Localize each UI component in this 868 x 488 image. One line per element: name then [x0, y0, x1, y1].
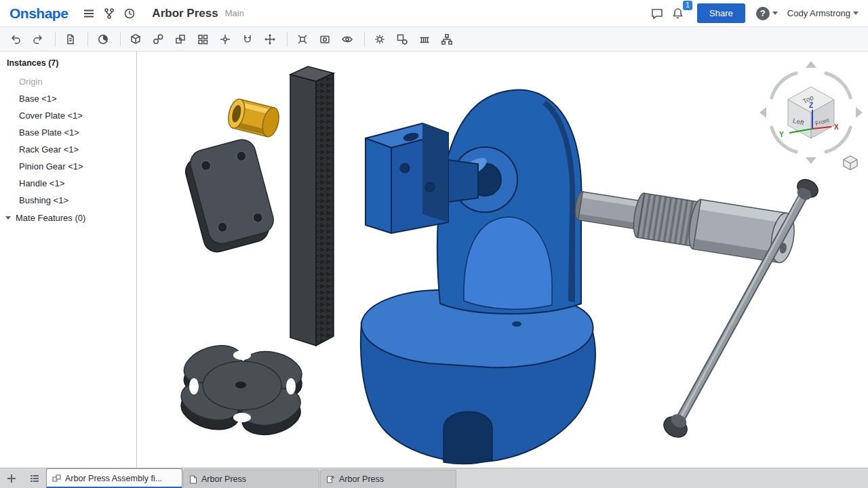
tab-part-studio[interactable]: Arbor Press — [183, 470, 319, 488]
branch-workspace-icon[interactable] — [99, 3, 119, 24]
onshape-logo[interactable]: Onshape — [9, 5, 68, 22]
assembly-toolbar — [0, 27, 868, 52]
part-pinion-gear[interactable] — [572, 180, 797, 264]
main-menu-icon[interactable] — [79, 3, 99, 24]
insert-document-icon[interactable] — [60, 30, 81, 49]
instance-item-cover-plate[interactable]: Cover Plate <1> — [0, 107, 136, 124]
instance-item-bushing[interactable]: Bushing <1> — [0, 192, 136, 209]
exploded-view-icon[interactable] — [292, 30, 313, 49]
instance-item-origin[interactable]: Origin — [0, 73, 136, 90]
insert-part-icon[interactable] — [125, 30, 146, 49]
top-bar: Onshape Arbor Press Main 1 Share ? Cody … — [0, 0, 868, 27]
tab-linked-document[interactable]: Arbor Press — [320, 470, 456, 488]
help-icon: ? — [756, 7, 770, 20]
configuration-icon[interactable] — [392, 30, 412, 49]
onshape-app: Onshape Arbor Press Main 1 Share ? Cody … — [0, 0, 868, 488]
chevron-down-icon — [5, 216, 11, 220]
assembly-tab-icon — [52, 474, 61, 483]
undo-icon[interactable] — [5, 30, 26, 49]
instance-item-rack-gear[interactable]: Rack Gear <1> — [0, 141, 136, 158]
tab-manager-icon[interactable] — [23, 468, 46, 488]
part-base[interactable] — [361, 90, 595, 464]
part-base-plate[interactable] — [177, 339, 306, 441]
tab-label: Arbor Press Assembly fi... — [65, 474, 162, 483]
document-tab-bar: Arbor Press Assembly fi... Arbor Press A… — [0, 468, 868, 488]
isometric-view-icon[interactable] — [844, 156, 857, 170]
rack-mode-icon[interactable] — [414, 30, 435, 49]
instances-panel: Instances (7) Origin Base <1> Cover Plat… — [0, 52, 137, 468]
group-icon[interactable] — [170, 30, 191, 49]
history-icon[interactable] — [119, 3, 140, 24]
display-states-icon[interactable] — [337, 30, 357, 49]
notifications-icon[interactable]: 1 — [667, 3, 688, 24]
user-name: Cody Armstrong — [787, 8, 850, 18]
redo-icon[interactable] — [28, 30, 48, 49]
part-cover-plate[interactable] — [181, 136, 279, 255]
bill-of-materials-icon[interactable] — [437, 30, 457, 49]
help-menu[interactable]: ? — [756, 7, 778, 20]
instance-item-handle[interactable]: Handle <1> — [0, 175, 136, 192]
axis-y-label: Y — [779, 131, 784, 138]
axis-x-label: X — [834, 123, 839, 131]
instance-item-base[interactable]: Base <1> — [0, 90, 136, 107]
caret-down-icon — [772, 12, 778, 15]
instance-item-base-plate[interactable]: Base Plate <1> — [0, 124, 136, 141]
mate-connector-icon[interactable] — [215, 30, 235, 49]
axis-z-label: Z — [809, 102, 813, 109]
tab-label: Arbor Press — [339, 474, 384, 484]
instances-title[interactable]: Instances (7) — [0, 58, 136, 73]
add-tab-icon[interactable] — [0, 468, 23, 488]
viewport-3d[interactable]: Top Left Front Z X Y — [137, 52, 868, 468]
notification-badge: 1 — [683, 1, 692, 10]
snap-mode-icon[interactable] — [237, 30, 258, 49]
tab-label: Arbor Press — [201, 474, 246, 484]
linear-pattern-icon[interactable] — [193, 30, 213, 49]
mate-features-section[interactable]: Mate Features (0) — [0, 209, 136, 227]
versions-icon[interactable] — [93, 30, 113, 49]
mate-icon[interactable] — [148, 30, 168, 49]
comments-icon[interactable] — [647, 3, 667, 24]
document-title: Arbor Press — [152, 7, 218, 20]
caret-down-icon — [853, 12, 859, 15]
instance-item-pinion-gear[interactable]: Pinion Gear <1> — [0, 158, 136, 175]
named-views-icon[interactable] — [315, 30, 335, 49]
view-cube[interactable]: Top Left Front Z X Y — [760, 61, 863, 170]
part-bushing[interactable] — [226, 98, 281, 139]
part-studio-tab-icon — [189, 475, 197, 484]
tab-assembly[interactable]: Arbor Press Assembly fi... — [46, 468, 182, 488]
linked-tab-icon — [326, 475, 335, 484]
user-menu[interactable]: Cody Armstrong — [787, 8, 859, 18]
move-part-icon[interactable] — [260, 30, 280, 49]
simulation-icon[interactable] — [370, 30, 390, 49]
share-button[interactable]: Share — [697, 3, 745, 23]
part-rack-gear[interactable] — [290, 66, 334, 346]
workspace-name[interactable]: Main — [225, 8, 244, 18]
mate-features-label: Mate Features (0) — [16, 213, 85, 223]
